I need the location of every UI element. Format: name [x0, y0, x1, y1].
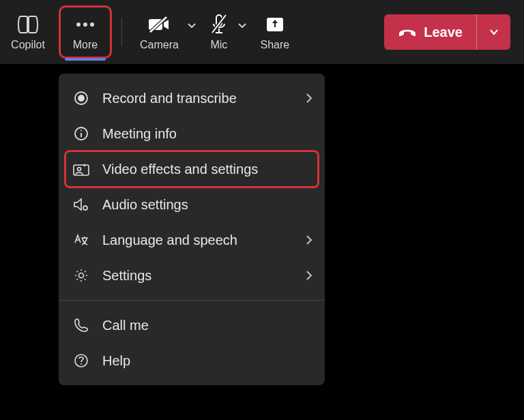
more-button[interactable]: More	[59, 5, 112, 59]
chevron-down-icon	[489, 28, 499, 36]
copilot-icon	[16, 13, 40, 36]
settings-icon	[71, 268, 91, 283]
menu-item-audio-settings[interactable]: Audio settings	[59, 187, 325, 222]
mic-options-button[interactable]	[237, 22, 251, 42]
svg-point-22	[81, 363, 82, 365]
menu-divider	[59, 300, 325, 301]
phone-icon	[71, 318, 91, 333]
camera-off-icon	[147, 13, 171, 36]
menu-label: Call me	[102, 318, 312, 333]
more-icon	[75, 13, 96, 36]
menu-label: Settings	[102, 268, 306, 284]
menu-label: Meeting info	[102, 126, 312, 142]
info-icon	[71, 126, 91, 141]
svg-point-15	[81, 130, 82, 132]
share-button[interactable]: Share	[251, 5, 299, 59]
menu-item-call-me[interactable]: Call me	[59, 308, 325, 343]
menu-item-video-effects[interactable]: Video effects and settings	[59, 151, 325, 187]
video-effects-icon	[71, 162, 91, 176]
chevron-right-icon	[306, 235, 312, 245]
mic-button[interactable]: Mic	[201, 5, 237, 59]
share-icon	[265, 13, 285, 36]
menu-item-settings[interactable]: Settings	[59, 258, 325, 293]
record-icon	[71, 91, 91, 106]
svg-point-20	[79, 273, 84, 278]
menu-item-meeting-info[interactable]: Meeting info	[59, 116, 325, 151]
svg-point-18	[78, 168, 81, 171]
chevron-right-icon	[306, 270, 312, 281]
mic-label: Mic	[210, 39, 227, 51]
more-label: More	[73, 39, 98, 51]
leave-button[interactable]: Leave	[384, 14, 476, 50]
share-label: Share	[261, 39, 290, 51]
leave-label: Leave	[424, 25, 463, 40]
camera-label: Camera	[140, 39, 179, 51]
menu-label: Language and speech	[102, 232, 306, 248]
copilot-button[interactable]: Copilot	[3, 5, 53, 59]
svg-point-13	[78, 95, 84, 101]
svg-point-1	[83, 22, 87, 27]
more-active-indicator	[65, 58, 106, 61]
chevron-down-icon	[187, 22, 196, 29]
help-icon	[71, 353, 91, 368]
chevron-down-icon	[237, 22, 247, 29]
leave-button-group: Leave	[384, 14, 510, 50]
svg-point-0	[76, 22, 81, 27]
menu-label: Video effects and settings	[102, 162, 312, 177]
copilot-label: Copilot	[11, 39, 45, 51]
menu-label: Audio settings	[102, 197, 312, 213]
camera-options-button[interactable]	[187, 22, 201, 42]
more-menu: Record and transcribe Meeting info Video…	[59, 74, 325, 385]
menu-item-help[interactable]: Help	[59, 343, 325, 378]
language-icon	[71, 232, 91, 247]
menu-item-record[interactable]: Record and transcribe	[59, 80, 325, 116]
hangup-icon	[398, 27, 417, 38]
toolbar-divider	[121, 18, 122, 46]
chevron-right-icon	[306, 93, 312, 104]
menu-item-language[interactable]: Language and speech	[59, 222, 325, 258]
leave-options-button[interactable]	[476, 14, 510, 50]
audio-settings-icon	[71, 197, 91, 212]
menu-label: Help	[102, 353, 312, 369]
menu-label: Record and transcribe	[102, 91, 306, 106]
camera-button[interactable]: Camera	[132, 5, 187, 59]
mic-off-icon	[209, 13, 229, 36]
meeting-toolbar: Copilot More Camera	[0, 0, 524, 64]
svg-point-2	[90, 22, 94, 27]
